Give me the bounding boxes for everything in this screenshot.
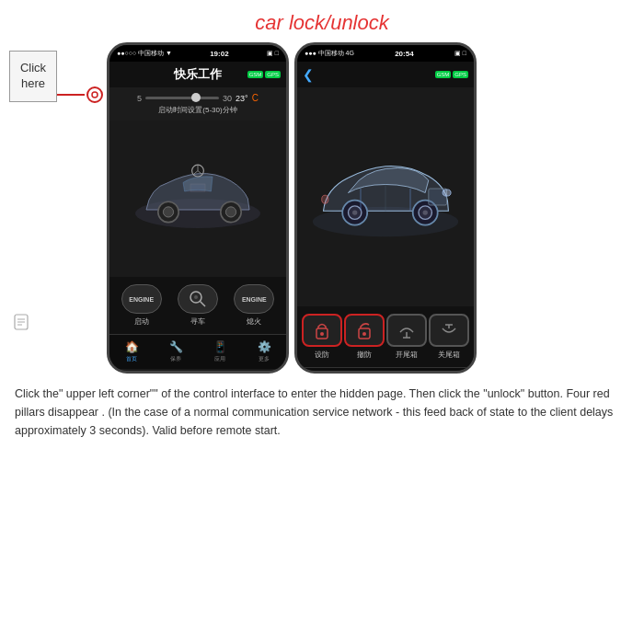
- phone1-engine-start-btn[interactable]: ENGINE 启动: [121, 284, 162, 327]
- phone1-status-bar: ●●○○○ 中国移动 ▼ 19:02 ▣ □: [109, 45, 286, 62]
- phone2-disarm-btn[interactable]: 撤防: [344, 314, 385, 360]
- phone1-temp-thumb: [191, 93, 201, 102]
- svg-point-3: [163, 207, 173, 217]
- phone2-open-trunk-label: 开尾箱: [396, 350, 418, 360]
- svg-point-0: [92, 92, 98, 98]
- phone2-set-defense-btn[interactable]: 设防: [302, 314, 342, 360]
- phone1-temp-max: 30: [223, 94, 232, 103]
- phone1-status-right: ▣ □: [267, 50, 279, 57]
- phone2-gsm-badge: GSM: [435, 71, 452, 78]
- phone1-temp-value: 23°: [236, 94, 248, 103]
- phone1-car-image: [109, 121, 286, 277]
- phone2-gsm-gps: GSM GPS: [435, 71, 468, 78]
- description: Click the" upper left corner"" of the co…: [0, 374, 644, 449]
- phone2-car-svg: [303, 142, 468, 252]
- phone2-header: ❮ GSM GPS: [297, 62, 474, 87]
- phone2-status-bar: ●●● 中国移动 4G 20:54 ▣ □: [297, 45, 474, 62]
- phone1-stop-label: 熄火: [247, 316, 261, 327]
- phone1-start-label: 启动: [134, 316, 149, 327]
- svg-point-27: [322, 195, 328, 203]
- phone2-open-trunk-icon: [386, 314, 427, 347]
- svg-point-14: [194, 295, 198, 299]
- phone1-bottom-buttons: ENGINE 启动 寻车 ENGINE 熄火: [109, 277, 286, 334]
- svg-point-29: [320, 332, 324, 336]
- phone1-temp-control: 5 30 23° C 启动时间设置(5-30)分钟: [109, 87, 286, 121]
- phone1-nav-app[interactable]: 📱 应用: [213, 340, 227, 363]
- phone2-close-trunk-icon: [429, 314, 469, 347]
- phone1-temp-caption: 启动时间设置(5-30)分钟: [158, 105, 236, 115]
- phone1-engine-stop-btn[interactable]: ENGINE 熄火: [234, 284, 274, 327]
- phone1-nav-more[interactable]: ⚙️ 更多: [258, 340, 271, 363]
- phone1-temp-slider[interactable]: [145, 97, 219, 99]
- arrow-circle: [86, 86, 103, 103]
- phone1-status-left: ●●○○○ 中国移动 ▼: [117, 49, 172, 58]
- phone2-car-image: [297, 87, 474, 306]
- phone1-nav-maintain[interactable]: 🔧 保养: [169, 340, 183, 363]
- phones-container: ●●○○○ 中国移动 ▼ 19:02 ▣ □ 快乐工作 GSM GPS 5: [107, 42, 635, 374]
- phone2-bottom-nav: 🏠 🔧 📱 ⚙️: [297, 367, 474, 374]
- phone1-search-btn[interactable]: 寻车: [178, 284, 218, 327]
- svg-point-31: [362, 332, 366, 336]
- phone2-lock-buttons: 设防 撤防: [297, 306, 474, 367]
- phone1-search-label: 寻车: [190, 316, 205, 327]
- phone1-gsm-badge: GSM: [247, 71, 264, 78]
- phone2-back-btn[interactable]: ❮: [303, 67, 314, 82]
- phone1-maintain-icon: 🔧: [169, 340, 183, 353]
- phone1-gsm-gps: GSM GPS: [247, 71, 281, 78]
- phone1-search-icon: [178, 284, 218, 314]
- phone1-nav-maintain-label: 保养: [170, 355, 181, 363]
- phone1-app-icon: 📱: [213, 340, 227, 353]
- phone1-home-icon: 🏠: [125, 340, 139, 353]
- phone1-status-center: 19:02: [210, 50, 228, 58]
- phone1-header-title: 快乐工作: [174, 66, 222, 83]
- phone1-gps-badge: GPS: [265, 71, 281, 78]
- svg-line-13: [200, 302, 205, 307]
- svg-point-5: [225, 207, 236, 217]
- phone2-set-defense-label: 设防: [315, 350, 329, 360]
- phone1-engine-start-icon: ENGINE: [121, 284, 162, 314]
- phone2: ●●● 中国移动 4G 20:54 ▣ □ ❮ GSM GPS: [294, 42, 477, 374]
- phone2-close-trunk-btn[interactable]: 关尾箱: [429, 314, 469, 360]
- phone2-status-right: ▣ □: [454, 50, 466, 57]
- phone1: ●●○○○ 中国移动 ▼ 19:02 ▣ □ 快乐工作 GSM GPS 5: [107, 42, 289, 374]
- phone2-close-trunk-label: 关尾箱: [438, 350, 460, 360]
- phone1-nav-more-label: 更多: [259, 355, 270, 363]
- svg-point-18: [352, 210, 357, 214]
- phone1-temp-unit: C: [252, 93, 259, 103]
- svg-point-26: [443, 190, 451, 196]
- phone2-set-defense-icon: [302, 314, 342, 347]
- arrow-area: [57, 86, 103, 103]
- click-here-container: Click here: [9, 50, 103, 103]
- page-title: car lock/unlock: [0, 0, 644, 42]
- phone2-open-trunk-btn[interactable]: 开尾箱: [386, 314, 427, 360]
- phone2-status-left: ●●● 中国移动 4G: [305, 49, 354, 58]
- phone1-bottom-nav: 🏠 首页 🔧 保养 📱 应用 ⚙️ 更多: [109, 334, 286, 369]
- phone1-more-icon: ⚙️: [258, 340, 271, 353]
- phone1-engine-stop-icon: ENGINE: [234, 284, 274, 314]
- phone2-disarm-label: 撤防: [357, 350, 372, 360]
- phone1-car-svg: [124, 153, 271, 245]
- svg-rect-11: [190, 184, 205, 191]
- phone1-nav-home-label: 首页: [126, 355, 137, 363]
- phone1-header: 快乐工作 GSM GPS: [109, 62, 286, 87]
- phone1-nav-home[interactable]: 🏠 首页: [125, 340, 139, 363]
- svg-point-21: [423, 210, 428, 214]
- phone1-nav-app-label: 应用: [214, 355, 225, 363]
- phone1-temp-min: 5: [137, 94, 142, 103]
- left-note-icon: [13, 313, 29, 335]
- phone2-gps-badge: GPS: [453, 71, 468, 78]
- phone1-temp-row: 5 30 23° C: [137, 93, 259, 103]
- click-here-box: Click here: [9, 51, 57, 102]
- phone2-disarm-icon: [344, 314, 385, 347]
- arrow-line: [57, 94, 85, 96]
- phone2-status-center: 20:54: [395, 50, 413, 58]
